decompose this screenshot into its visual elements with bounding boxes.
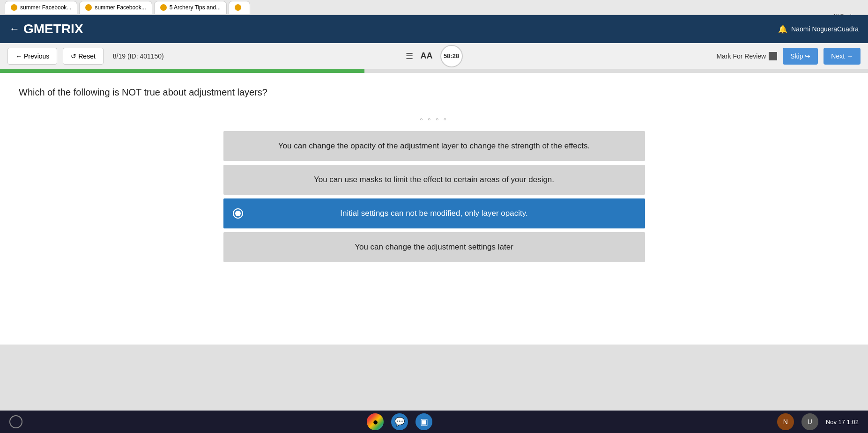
toolbar-right-controls: Mark For Review Skip ↪ Next →	[716, 48, 861, 65]
taskbar-datetime: Nov 17 1:02	[826, 418, 859, 426]
answer-text-a: You can change the opacity of the adjust…	[278, 141, 590, 151]
chrome-icon[interactable]: ●	[367, 413, 384, 430]
answer-option-c[interactable]: Initial settings can not be modified, on…	[223, 198, 645, 228]
tab-favicon-3	[160, 4, 167, 11]
tab-label-3: 5 Archery Tips and...	[170, 4, 221, 11]
tab-favicon-1	[11, 4, 17, 11]
answer-option-d[interactable]: You can change the adjustment settings l…	[223, 232, 645, 262]
answer-option-a[interactable]: You can change the opacity of the adjust…	[223, 131, 645, 161]
question-info: 8/19 (ID: 401150)	[113, 52, 164, 60]
answer-text-c: Initial settings can not be modified, on…	[340, 209, 527, 218]
skip-button[interactable]: Skip ↪	[783, 48, 818, 65]
user-info: 🔔 Naomi NogueraCuadra	[778, 25, 859, 34]
gmetrix-header: ← GMETRIX 🔔 Naomi NogueraCuadra	[0, 15, 868, 43]
font-size-icon[interactable]: AA	[421, 51, 433, 61]
bell-icon: 🔔	[778, 25, 787, 34]
progress-bar-container	[0, 69, 868, 73]
browser-tabs-bar: summer Facebook... summer Facebook... 5 …	[0, 0, 868, 15]
tab-label-2: summer Facebook...	[95, 4, 146, 11]
tab-1[interactable]: summer Facebook...	[5, 1, 77, 14]
next-button[interactable]: Next →	[823, 48, 861, 65]
taskbar-center: ● 💬 ▣	[367, 413, 432, 430]
mark-review-label: Mark For Review	[716, 52, 766, 60]
answer-option-b[interactable]: You can use masks to limit the effect to…	[223, 165, 645, 195]
taskbar-right: N U Nov 17 1:02	[777, 413, 859, 430]
question-text: Which of the following is NOT true about…	[19, 87, 849, 98]
reset-button[interactable]: ↺ Reset	[63, 48, 103, 65]
toolbar: ← Previous ↺ Reset 8/19 (ID: 401150) ☰ A…	[0, 43, 868, 69]
secondary-avatar: U	[801, 413, 818, 430]
tab-favicon-2	[85, 4, 92, 11]
windows-start-icon[interactable]	[9, 415, 22, 428]
previous-button[interactable]: ← Previous	[7, 48, 57, 65]
mark-for-review-control[interactable]: Mark For Review	[716, 52, 777, 60]
tab-2[interactable]: summer Facebook...	[79, 1, 152, 14]
taskbar-icon-3[interactable]: ▣	[415, 413, 432, 430]
user-avatar: N	[777, 413, 794, 430]
user-name: Naomi NogueraCuadra	[791, 25, 859, 33]
logo-arrow-icon: ←	[9, 23, 20, 35]
answer-text-b: You can use masks to limit the effect to…	[314, 175, 554, 184]
mark-review-checkbox[interactable]	[769, 52, 777, 60]
timer-display: 58:28	[440, 45, 463, 67]
tab-3[interactable]: 5 Archery Tips and...	[154, 1, 227, 14]
logo-text: GMETRIX	[23, 22, 83, 37]
taskbar-icon-2[interactable]: 💬	[391, 413, 408, 430]
taskbar-left	[9, 415, 22, 428]
tab-favicon-4	[235, 4, 241, 11]
radio-indicator-c	[233, 208, 243, 219]
progress-bar-fill	[0, 69, 364, 73]
gmetrix-logo: ← GMETRIX	[9, 22, 83, 37]
main-content: Which of the following is NOT true about…	[0, 73, 868, 345]
tab-label-1: summer Facebook...	[20, 4, 71, 11]
taskbar: ● 💬 ▣ N U Nov 17 1:02	[0, 411, 868, 433]
list-icon[interactable]: ☰	[406, 51, 413, 61]
toolbar-center-controls: ☰ AA 58:28	[406, 45, 463, 67]
answer-text-d: You can change the adjustment settings l…	[355, 242, 513, 252]
answer-dots: ○ ○ ○ ○	[19, 117, 849, 122]
answer-options-list: You can change the opacity of the adjust…	[223, 131, 645, 262]
tab-4[interactable]	[229, 1, 250, 14]
